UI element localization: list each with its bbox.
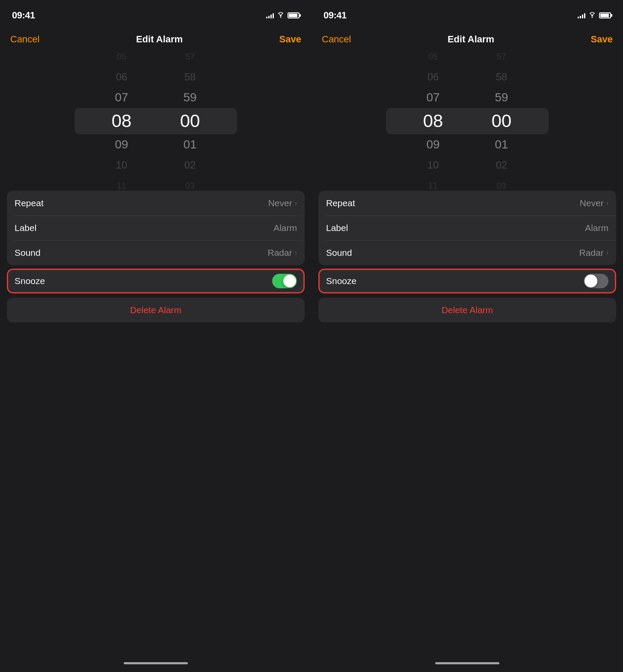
right-nav-bar: Cancel Edit Alarm Save [312,27,623,51]
left-repeat-value: Never › [268,198,297,208]
left-hour-1: 06 [100,67,143,87]
right-delete-container: Delete Alarm [318,298,616,323]
left-battery-icon [288,12,300,18]
left-hour-4: 09 [100,134,143,155]
right-hour-5: 10 [412,155,454,175]
left-hour-0: 05 [100,46,143,67]
left-min-4: 01 [169,134,211,155]
right-settings-list: Repeat Never › Label Alarm Sound Radar › [318,191,616,265]
right-repeat-label: Repeat [326,198,355,208]
right-hour-1: 06 [412,67,454,87]
left-repeat-row[interactable]: Repeat Never › [7,191,305,216]
right-snooze-toggle[interactable] [584,274,608,288]
right-min-1: 58 [480,67,523,87]
right-repeat-row[interactable]: Repeat Never › [318,191,616,216]
left-label-label: Label [15,223,36,233]
left-label-value-text: Alarm [273,223,297,233]
right-time-picker[interactable]: 05 06 07 08 09 10 11 57 58 59 00 01 02 0… [312,55,623,187]
left-cancel-button[interactable]: Cancel [10,34,39,45]
right-time-columns: 05 06 07 08 09 10 11 57 58 59 00 01 02 0… [312,55,623,187]
left-save-button[interactable]: Save [279,34,301,45]
right-repeat-chevron: › [606,199,608,207]
left-hour-5: 10 [100,155,143,175]
right-status-bar: 09:41 [312,0,623,26]
left-label-value: Alarm [273,223,297,233]
svg-point-1 [592,17,593,18]
left-wifi-icon [277,12,285,19]
left-settings-list: Repeat Never › Label Alarm Sound Radar › [7,191,305,265]
left-home-indicator [124,662,188,664]
left-min-selected: 00 [169,108,211,134]
left-snooze-toggle-knob [283,275,296,287]
left-hour-2: 07 [100,87,143,108]
left-repeat-label: Repeat [15,198,44,208]
left-delete-row[interactable]: Delete Alarm [7,298,305,323]
left-min-5: 02 [169,155,211,175]
left-snooze-toggle[interactable] [272,274,297,288]
right-snooze-row[interactable]: Snooze [318,269,616,293]
left-status-icons [266,12,300,19]
left-hour-selected: 08 [100,108,143,134]
left-signal-icon [266,12,274,18]
left-time-picker[interactable]: 05 06 07 08 09 10 11 57 58 59 00 01 02 0… [0,55,312,187]
right-phone-panel: 09:41 Cancel Edit Alarm Save [312,0,623,672]
right-delete-label: Delete Alarm [442,305,493,315]
left-min-0: 57 [169,46,211,67]
left-nav-title: Edit Alarm [136,34,183,45]
right-label-label: Label [326,223,348,233]
right-snooze-label: Snooze [326,276,356,286]
right-hour-selected: 08 [412,108,454,134]
right-label-row[interactable]: Label Alarm [318,216,616,240]
right-delete-row[interactable]: Delete Alarm [318,298,616,323]
left-snooze-row[interactable]: Snooze [7,269,305,293]
right-battery-icon [599,12,611,18]
left-hour-column[interactable]: 05 06 07 08 09 10 11 [100,46,143,196]
left-snooze-wrapper: Snooze [7,269,305,293]
left-min-2: 59 [169,87,211,108]
left-minute-column[interactable]: 57 58 59 00 01 02 03 [169,46,211,196]
svg-point-0 [280,17,281,18]
left-repeat-value-text: Never [268,198,292,208]
right-nav-title: Edit Alarm [448,34,494,45]
right-hour-4: 09 [412,134,454,155]
left-min-6: 03 [169,175,211,196]
right-sound-chevron: › [606,249,608,257]
left-delete-label: Delete Alarm [130,305,181,315]
right-status-icons [578,12,611,19]
left-repeat-chevron: › [295,199,297,207]
left-delete-container: Delete Alarm [7,298,305,323]
left-min-1: 58 [169,67,211,87]
right-sound-row[interactable]: Sound Radar › [318,240,616,265]
left-sound-chevron: › [295,249,297,257]
right-hour-column[interactable]: 05 06 07 08 09 10 11 [412,46,454,196]
right-wifi-icon [588,12,596,19]
right-sound-value: Radar › [579,248,608,258]
left-status-time: 09:41 [12,10,35,21]
right-cancel-button[interactable]: Cancel [322,34,351,45]
right-snooze-toggle-knob [584,275,597,287]
left-hour-6: 11 [100,175,143,196]
left-sound-value: Radar › [267,248,297,258]
right-min-2: 59 [480,87,523,108]
right-hour-2: 07 [412,87,454,108]
left-label-row[interactable]: Label Alarm [7,216,305,240]
left-sound-label: Sound [15,248,41,258]
left-phone-panel: 09:41 Cancel Edit Alarm Save [0,0,312,672]
left-sound-row[interactable]: Sound Radar › [7,240,305,265]
right-home-indicator [435,662,499,664]
right-hour-0: 05 [412,46,454,67]
left-time-columns: 05 06 07 08 09 10 11 57 58 59 00 01 02 0… [0,55,312,187]
right-save-button[interactable]: Save [591,34,613,45]
right-min-4: 01 [480,134,523,155]
right-repeat-value-text: Never [580,198,604,208]
right-repeat-value: Never › [580,198,608,208]
right-sound-label: Sound [326,248,352,258]
right-minute-column[interactable]: 57 58 59 00 01 02 03 [480,46,523,196]
left-nav-bar: Cancel Edit Alarm Save [0,27,312,51]
right-sound-value-text: Radar [579,248,603,258]
right-label-value: Alarm [585,223,608,233]
right-min-6: 03 [480,175,523,196]
left-sound-value-text: Radar [267,248,292,258]
right-label-value-text: Alarm [585,223,608,233]
right-hour-6: 11 [412,175,454,196]
